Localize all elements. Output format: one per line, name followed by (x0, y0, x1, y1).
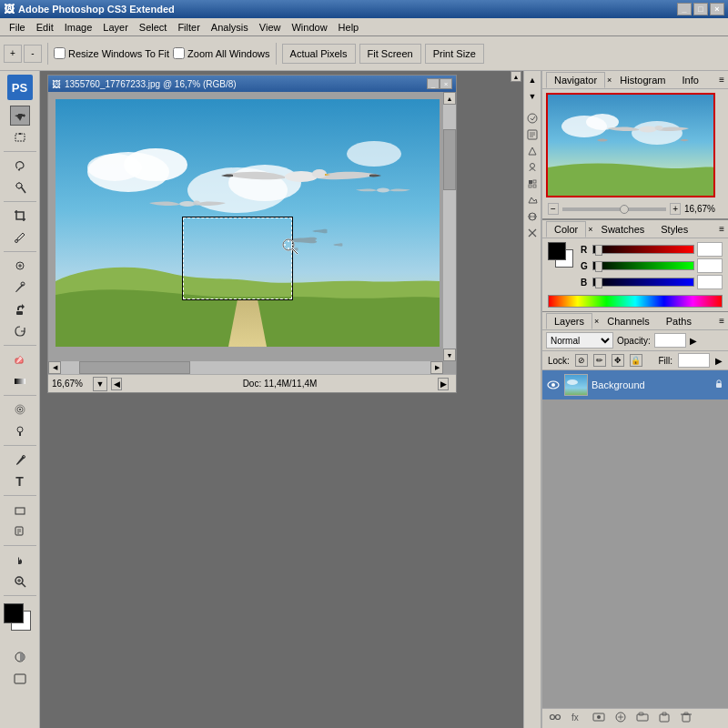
panel-icon-3[interactable] (525, 144, 540, 158)
color-spectrum[interactable] (548, 295, 723, 308)
tool-wand[interactable] (10, 177, 30, 197)
panel-icon-8[interactable] (525, 226, 540, 240)
r-slider[interactable] (592, 245, 694, 254)
lock-transparency-button[interactable]: ⊘ (575, 354, 588, 367)
tool-text[interactable]: T (10, 471, 30, 491)
menu-analysis[interactable]: Analysis (206, 20, 254, 35)
r-value-input[interactable]: 0 (697, 242, 723, 257)
tool-heal[interactable] (10, 256, 30, 276)
restore-button[interactable]: □ (693, 3, 708, 15)
g-slider[interactable] (592, 261, 694, 270)
layers-menu-button[interactable]: ≡ (719, 316, 724, 326)
tool-history-brush[interactable] (10, 321, 30, 341)
tab-layers[interactable]: Layers (546, 313, 592, 329)
zoom-all-option[interactable]: Zoom All Windows (173, 47, 269, 59)
nav-zoom-out[interactable]: − (548, 203, 559, 215)
lock-position-button[interactable]: ✥ (612, 354, 624, 367)
menu-window[interactable]: Window (286, 20, 332, 35)
color-menu-button[interactable]: ≡ (719, 224, 724, 234)
color-fg-swatch[interactable] (548, 242, 566, 260)
layer-adjustment-button[interactable] (612, 711, 630, 726)
tool-blur[interactable] (10, 399, 30, 420)
menu-edit[interactable]: Edit (31, 20, 59, 35)
menu-filter[interactable]: Filter (172, 20, 205, 35)
lock-pixels-button[interactable]: ✏ (593, 354, 606, 367)
resize-windows-option[interactable]: Resize Windows To Fit (54, 47, 169, 59)
b-slider[interactable] (592, 278, 694, 287)
tool-brush[interactable] (10, 278, 30, 298)
print-size-button[interactable]: Print Size (425, 44, 484, 64)
g-value-input[interactable]: 0 (697, 258, 723, 273)
doc-scroll-left[interactable]: ◀ (48, 361, 61, 374)
tool-pen[interactable] (10, 450, 30, 470)
fill-menu-button[interactable]: ▶ (715, 356, 723, 366)
foreground-color[interactable] (4, 603, 24, 623)
tool-zoom[interactable] (10, 571, 30, 592)
status-arrow[interactable]: ◀ (111, 378, 122, 390)
resize-windows-checkbox[interactable] (54, 47, 66, 59)
tool-notes[interactable] (10, 521, 30, 541)
blend-mode-select[interactable]: Normal (546, 332, 613, 349)
doc-close-button[interactable]: × (440, 78, 452, 89)
tool-marquee[interactable] (10, 127, 30, 147)
close-button[interactable]: × (710, 3, 724, 15)
b-slider-thumb[interactable] (595, 278, 602, 288)
opacity-menu-button[interactable]: ▶ (690, 336, 697, 346)
layer-delete-button[interactable] (677, 711, 695, 726)
panel-icon-1[interactable] (525, 111, 540, 126)
tab-channels[interactable]: Channels (599, 313, 657, 329)
menu-layer[interactable]: Layer (97, 20, 134, 35)
tool-lasso[interactable] (10, 156, 30, 176)
image-canvas[interactable] (56, 99, 440, 347)
tab-info[interactable]: Info (673, 72, 706, 88)
fill-input[interactable]: 100% (678, 353, 710, 368)
fit-screen-button[interactable]: Fit Screen (359, 44, 421, 64)
nav-zoom-in[interactable]: + (670, 203, 681, 215)
doc-minimize-button[interactable]: _ (427, 78, 440, 89)
panel-icon-7[interactable] (525, 209, 540, 224)
b-value-input[interactable]: 0 (697, 275, 723, 289)
quick-mask-button[interactable] (10, 647, 30, 667)
layer-new-button[interactable] (655, 711, 673, 726)
canvas-viewport[interactable]: ▲ ▼ ◀ ▶ (48, 92, 456, 374)
minimize-button[interactable]: _ (677, 3, 692, 15)
tool-eraser[interactable] (10, 349, 30, 369)
doc-scroll-right[interactable]: ▶ (430, 361, 443, 374)
zoom-slider-track[interactable] (562, 207, 666, 211)
r-slider-thumb[interactable] (595, 245, 602, 256)
tab-color[interactable]: Color (546, 221, 586, 238)
tool-stamp[interactable] (10, 299, 30, 319)
tool-dodge[interactable] (10, 421, 30, 441)
screen-mode-button[interactable] (10, 669, 30, 689)
scroll-up-button[interactable]: ▲ (511, 71, 521, 82)
vscroll-thumb[interactable] (443, 129, 456, 190)
zoom-in-button[interactable]: + (4, 45, 22, 63)
opacity-input[interactable]: 100% (654, 333, 686, 348)
panel-icon-4[interactable] (525, 160, 540, 175)
status-right-arrow[interactable]: ▶ (438, 378, 449, 390)
tab-styles[interactable]: Styles (652, 221, 696, 238)
zoom-slider-thumb[interactable] (620, 205, 629, 214)
tab-paths[interactable]: Paths (658, 313, 700, 329)
g-slider-thumb[interactable] (595, 261, 602, 272)
menu-image[interactable]: Image (59, 20, 98, 35)
tab-swatches[interactable]: Swatches (593, 221, 653, 238)
actual-pixels-button[interactable]: Actual Pixels (282, 44, 356, 64)
panel-icon-5[interactable] (525, 177, 540, 191)
panel-expand-1[interactable]: ▼ (525, 89, 540, 104)
menu-view[interactable]: View (254, 20, 287, 35)
tab-histogram[interactable]: Histogram (612, 72, 673, 88)
layer-link-button[interactable] (546, 711, 564, 726)
tool-hand[interactable] (10, 550, 30, 570)
tool-eyedropper[interactable] (10, 228, 30, 248)
menu-file[interactable]: File (4, 20, 31, 35)
navigator-menu-button[interactable]: ≡ (719, 75, 724, 85)
layer-group-button[interactable] (633, 711, 652, 726)
color-picker[interactable] (4, 603, 36, 636)
doc-vscroll[interactable]: ▲ ▼ (443, 92, 456, 361)
layer-visibility-icon[interactable] (546, 378, 561, 392)
panel-collapse-1[interactable]: ▲ (525, 73, 540, 87)
zoom-menu-button[interactable]: ▼ (93, 377, 107, 391)
hscroll-thumb[interactable] (79, 361, 190, 374)
doc-scroll-down[interactable]: ▼ (443, 349, 456, 361)
